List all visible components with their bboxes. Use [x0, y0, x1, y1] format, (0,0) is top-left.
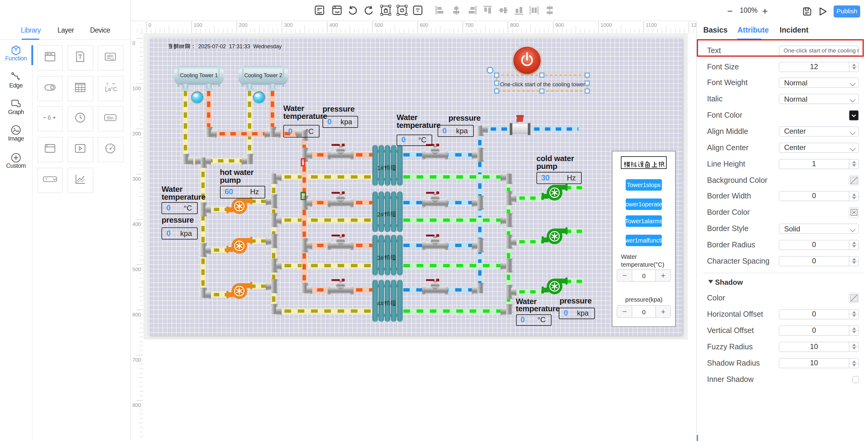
svg-text:2#: 2# [377, 211, 384, 218]
svg-text:a°C: a°C [108, 86, 117, 92]
svg-text:900: 900 [555, 23, 564, 28]
svg-text:100: 100 [193, 23, 202, 28]
svg-text:300: 300 [284, 23, 292, 28]
svg-text:abc: abc [107, 53, 114, 58]
svg-text:T: T [106, 82, 109, 86]
svg-text:800: 800 [132, 403, 141, 408]
svg-text:200: 200 [239, 23, 247, 28]
svg-text:400: 400 [329, 23, 338, 28]
svg-text:300: 300 [132, 176, 141, 182]
svg-text:Btn: Btn [107, 116, 114, 120]
svg-text:3#: 3# [377, 255, 384, 261]
svg-text:200: 200 [132, 131, 141, 137]
svg-text:Cooling Tower 1: Cooling Tower 1 [180, 72, 218, 79]
svg-text:1000: 1000 [600, 23, 612, 28]
svg-text:100: 100 [132, 86, 141, 92]
svg-text:0: 0 [132, 41, 135, 47]
svg-text:400: 400 [132, 222, 141, 228]
svg-text:6: 6 [48, 115, 51, 121]
svg-text:600: 600 [132, 312, 141, 318]
svg-text:1100: 1100 [646, 23, 657, 28]
svg-text:0: 0 [148, 23, 151, 28]
svg-text:800: 800 [510, 23, 518, 28]
svg-text:500: 500 [374, 23, 383, 28]
svg-text:T: T [45, 177, 48, 182]
svg-text:700: 700 [465, 23, 473, 28]
svg-text:One-click start of the cooling: One-click start of the cooling tower [500, 82, 585, 88]
svg-text:Cooling Tower 2: Cooling Tower 2 [244, 72, 282, 79]
svg-text:4#: 4# [377, 300, 384, 307]
svg-text:1#: 1# [377, 165, 384, 172]
svg-text:700: 700 [132, 357, 141, 363]
svg-text:1200: 1200 [691, 23, 696, 28]
svg-text:600: 600 [420, 23, 428, 28]
svg-text:500: 500 [132, 267, 141, 273]
